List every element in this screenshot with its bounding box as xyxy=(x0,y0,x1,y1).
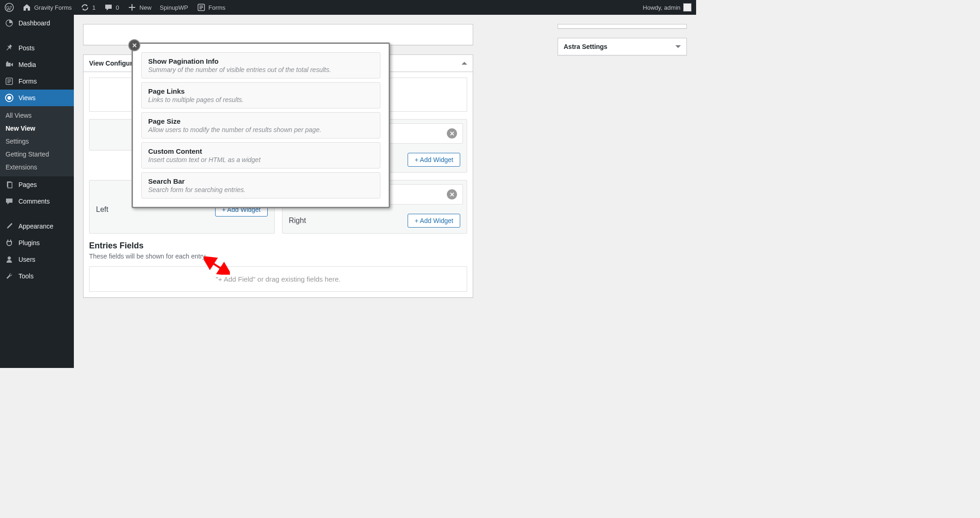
adminbar: Gravity Forms 1 0 New SpinupWP Forms xyxy=(0,0,696,15)
sidebar-label: Plugins xyxy=(18,239,40,247)
pin-icon xyxy=(5,43,14,53)
side-postbox-empty xyxy=(558,24,687,29)
entries-placeholder: "+ Add Field" or drag existing fields he… xyxy=(216,275,340,283)
wrench-icon xyxy=(5,271,14,281)
zone-right-title: Right xyxy=(289,217,306,225)
forms-icon xyxy=(197,3,206,12)
comment-icon xyxy=(104,3,113,12)
wordpress-icon xyxy=(5,3,14,12)
views-icon xyxy=(5,93,14,102)
pages-icon xyxy=(5,180,14,189)
submenu-extensions[interactable]: Extensions xyxy=(0,161,74,174)
sidebar-item-views[interactable]: Views xyxy=(0,90,74,106)
entries-fields-title: Entries Fields xyxy=(89,241,467,251)
sidebar-item-pages[interactable]: Pages xyxy=(0,176,74,193)
modal-option-page-links[interactable]: Page Links Links to multiple pages of re… xyxy=(141,82,380,108)
comments-count: 0 xyxy=(116,4,119,11)
submenu-all-views[interactable]: All Views xyxy=(0,109,74,122)
remove-widget-icon[interactable]: ✕ xyxy=(447,189,457,199)
sidebar-label: Pages xyxy=(18,181,37,188)
brush-icon xyxy=(5,222,14,231)
svg-point-4 xyxy=(6,61,8,63)
add-widget-button-right[interactable]: + Add Widget xyxy=(408,214,460,228)
sidebar-label: Dashboard xyxy=(18,19,50,27)
modal-option-search-bar[interactable]: Search Bar Search form for searching ent… xyxy=(141,172,380,199)
howdy-user[interactable]: Howdy, admin xyxy=(643,3,691,12)
svg-line-11 xyxy=(208,260,226,272)
svg-point-7 xyxy=(7,96,11,100)
modal-close-button[interactable]: ✕ xyxy=(128,39,140,51)
views-submenu: All Views New View Settings Getting Star… xyxy=(0,106,74,176)
option-desc: Summary of the number of visible entries… xyxy=(148,66,373,73)
submenu-settings[interactable]: Settings xyxy=(0,135,74,148)
option-title: Search Bar xyxy=(148,177,373,185)
svg-rect-3 xyxy=(6,63,11,66)
avatar xyxy=(683,3,691,12)
sidebar-item-media[interactable]: Media xyxy=(0,56,74,73)
plug-icon xyxy=(5,238,14,247)
new-label: New xyxy=(139,4,151,11)
plus-icon xyxy=(127,3,137,12)
forms-icon xyxy=(5,77,14,86)
option-title: Show Pagination Info xyxy=(148,57,373,65)
sidebar-item-forms[interactable]: Forms xyxy=(0,73,74,90)
updates-count: 1 xyxy=(92,4,96,11)
sidebar-label: Posts xyxy=(18,44,35,52)
astra-settings-postbox: Astra Settings xyxy=(558,38,687,55)
sidebar-item-tools[interactable]: Tools xyxy=(0,268,74,284)
comments-icon xyxy=(5,197,14,206)
annotation-arrow xyxy=(204,256,230,276)
media-icon xyxy=(5,60,14,69)
option-desc: Allow users to modify the number of resu… xyxy=(148,126,373,133)
forms-label: Forms xyxy=(209,4,226,11)
sidebar-item-appearance[interactable]: Appearance xyxy=(0,218,74,235)
home-icon xyxy=(22,3,31,12)
option-desc: Insert custom text or HTML as a widget xyxy=(148,156,373,163)
dashboard-icon xyxy=(5,18,14,28)
svg-rect-9 xyxy=(8,182,12,188)
new-content[interactable]: New xyxy=(127,3,151,12)
forms-link[interactable]: Forms xyxy=(197,3,226,12)
option-desc: Links to multiple pages of results. xyxy=(148,96,373,103)
sidebar-item-plugins[interactable]: Plugins xyxy=(0,235,74,251)
option-title: Page Size xyxy=(148,117,373,125)
spinupwp-label: SpinupWP xyxy=(160,4,188,11)
sidebar-label: Tools xyxy=(18,272,34,280)
site-name[interactable]: Gravity Forms xyxy=(22,3,72,12)
sidebar-item-comments[interactable]: Comments xyxy=(0,193,74,210)
svg-point-10 xyxy=(8,257,11,260)
toggle-collapse-icon[interactable] xyxy=(462,62,467,65)
sidebar-item-dashboard[interactable]: Dashboard xyxy=(0,15,74,31)
modal-option-page-size[interactable]: Page Size Allow users to modify the numb… xyxy=(141,112,380,139)
sidebar-item-posts[interactable]: Posts xyxy=(0,40,74,56)
option-title: Custom Content xyxy=(148,147,373,155)
sidebar-label: Appearance xyxy=(18,223,54,230)
user-icon xyxy=(5,255,14,264)
zone-left-title: Left xyxy=(96,205,108,214)
admin-sidebar: Dashboard Posts Media Forms Views All Vi… xyxy=(0,15,74,368)
spinupwp-link[interactable]: SpinupWP xyxy=(160,4,188,11)
site-title-label: Gravity Forms xyxy=(34,4,72,11)
remove-widget-icon[interactable]: ✕ xyxy=(447,128,457,139)
submenu-getting-started[interactable]: Getting Started xyxy=(0,148,74,161)
comments-indicator[interactable]: 0 xyxy=(104,3,119,12)
entries-fields-dropzone[interactable]: "+ Add Field" or drag existing fields he… xyxy=(89,266,467,292)
add-widget-modal: ✕ Show Pagination Info Summary of the nu… xyxy=(132,42,390,208)
howdy-label: Howdy, admin xyxy=(643,4,680,11)
sidebar-label: Comments xyxy=(18,198,50,205)
submenu-new-view[interactable]: New View xyxy=(0,122,74,135)
modal-option-pagination-info[interactable]: Show Pagination Info Summary of the numb… xyxy=(141,52,380,78)
sidebar-label: Media xyxy=(18,61,36,68)
option-title: Page Links xyxy=(148,87,373,95)
entries-fields-desc: These fields will be shown for each entr… xyxy=(89,253,467,260)
wp-logo[interactable] xyxy=(5,3,14,12)
update-icon xyxy=(80,3,90,12)
sidebar-item-users[interactable]: Users xyxy=(0,251,74,268)
option-desc: Search form for searching entries. xyxy=(148,186,373,193)
astra-settings-title: Astra Settings xyxy=(564,43,607,50)
modal-option-custom-content[interactable]: Custom Content Insert custom text or HTM… xyxy=(141,142,380,169)
sidebar-label: Forms xyxy=(18,78,37,85)
toggle-expand-icon[interactable] xyxy=(675,45,681,48)
add-widget-button[interactable]: + Add Widget xyxy=(408,153,460,167)
updates[interactable]: 1 xyxy=(80,3,96,12)
